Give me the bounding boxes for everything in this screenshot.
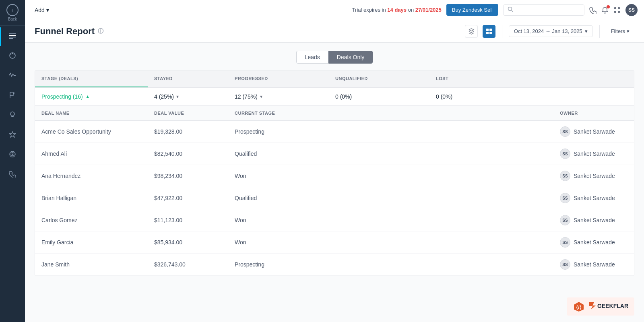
geekflare-logo: ⟨/⟩ bbox=[573, 301, 584, 312]
content-area: Leads Deals Only STAGE (DEALS) STAYED PR… bbox=[25, 43, 644, 322]
deal-owner-cell: SS Sanket Sarwade bbox=[553, 121, 634, 142]
stage-stayed-cell: 4 (25%) ▾ bbox=[148, 88, 228, 105]
geekflare-brand: GEEKFLARE bbox=[588, 301, 628, 312]
sidebar-item-activity[interactable] bbox=[0, 67, 25, 86]
deals-col-name: DEAL NAME bbox=[35, 106, 148, 120]
search-input[interactable] bbox=[516, 7, 580, 13]
deal-value-cell: $85,934.00 bbox=[148, 231, 228, 253]
filters-button[interactable]: Filters ▾ bbox=[606, 26, 634, 37]
deal-stage: Qualified bbox=[235, 195, 257, 201]
deal-name[interactable]: Jane Smith bbox=[41, 261, 70, 268]
deal-name[interactable]: Acme Co Sales Opportunity bbox=[41, 128, 111, 135]
call-icon[interactable] bbox=[589, 6, 597, 14]
tab-deals-only[interactable]: Deals Only bbox=[328, 51, 373, 64]
owner-info: SS Sanket Sarwade bbox=[560, 126, 615, 137]
activity-icon bbox=[9, 72, 16, 81]
trial-prefix: Trial expires in bbox=[352, 7, 386, 13]
sidebar-item-flag[interactable] bbox=[0, 87, 25, 105]
owner-avatar: SS bbox=[560, 259, 570, 270]
add-button[interactable]: Add ▾ bbox=[31, 5, 52, 15]
info-icon[interactable]: ⓘ bbox=[98, 28, 103, 35]
owner-name: Sanket Sarwade bbox=[574, 173, 615, 179]
deals-header: DEAL NAME DEAL VALUE CURRENT STAGE OWNER bbox=[35, 106, 634, 121]
deal-name[interactable]: Ahmed Ali bbox=[41, 151, 67, 157]
deal-row: Jane Smith $326,743.00 Prospecting SS Sa… bbox=[35, 254, 634, 276]
notifications-icon[interactable] bbox=[601, 6, 609, 14]
svg-rect-0 bbox=[9, 33, 16, 34]
stage-collapse-icon[interactable]: ▲ bbox=[85, 94, 90, 99]
svg-point-6 bbox=[14, 54, 14, 55]
back-icon: ‹ bbox=[6, 4, 19, 16]
progressed-value: 12 (75%) bbox=[235, 93, 258, 100]
stayed-chevron-icon[interactable]: ▾ bbox=[176, 94, 179, 99]
owner-avatar: SS bbox=[560, 193, 570, 203]
stage-unqualified-cell: 0 (0%) bbox=[329, 88, 429, 105]
deal-name[interactable]: Ana Hernandez bbox=[41, 173, 80, 179]
svg-point-7 bbox=[10, 54, 11, 55]
stage-name-cell: Prospecting (16) ▲ bbox=[35, 88, 148, 105]
owner-avatar: SS bbox=[560, 215, 570, 225]
deal-row: Carlos Gomez $11,123.00 Won SS Sanket Sa… bbox=[35, 209, 634, 231]
deal-value: $11,123.00 bbox=[154, 217, 182, 223]
geekflare-text-logo: GEEKFLARE bbox=[588, 301, 628, 310]
sidebar-item-target[interactable] bbox=[0, 146, 25, 165]
trial-on: on bbox=[408, 7, 414, 13]
deal-owner-cell: SS Sanket Sarwade bbox=[553, 231, 634, 253]
deals-col-value: DEAL VALUE bbox=[148, 106, 228, 120]
col-stage: STAGE (DEALS) bbox=[35, 70, 148, 87]
sidebar-item-lightbulb[interactable] bbox=[0, 106, 25, 125]
sidebar-item-reports[interactable] bbox=[0, 27, 25, 46]
deal-stage: Won bbox=[235, 217, 246, 223]
trial-days: 14 days bbox=[387, 7, 407, 13]
notification-dot bbox=[607, 5, 610, 8]
deal-owner-cell: SS Sanket Sarwade bbox=[553, 209, 634, 231]
deal-name-cell: Emily Garcia bbox=[35, 231, 148, 253]
deal-value-cell: $47,922.00 bbox=[148, 187, 228, 209]
star-icon bbox=[9, 131, 16, 140]
owner-info: SS Sanket Sarwade bbox=[560, 149, 615, 159]
back-button[interactable]: ‹ Back bbox=[0, 0, 25, 26]
svg-rect-3 bbox=[9, 38, 13, 39]
svg-rect-18 bbox=[618, 11, 620, 13]
add-label: Add bbox=[35, 7, 45, 13]
funnel-table: STAGE (DEALS) STAYED PROGRESSED UNQUALIF… bbox=[35, 70, 634, 276]
deal-value-cell: $82,540.00 bbox=[148, 143, 228, 165]
sidebar-nav bbox=[0, 26, 25, 322]
svg-rect-15 bbox=[614, 7, 616, 9]
sidebar-item-phone[interactable] bbox=[0, 165, 25, 184]
owner-name: Sanket Sarwade bbox=[574, 128, 615, 135]
phone-icon bbox=[9, 170, 16, 180]
stage-name[interactable]: Prospecting (16) bbox=[41, 93, 83, 100]
deal-stage-cell: Prospecting bbox=[228, 254, 553, 275]
apps-icon[interactable] bbox=[613, 6, 621, 14]
svg-line-14 bbox=[512, 10, 513, 12]
stage-progressed-cell: 12 (75%) ▾ bbox=[228, 88, 329, 105]
sidebar-item-palette[interactable] bbox=[0, 47, 25, 66]
col-stayed: STAYED bbox=[148, 70, 228, 87]
deal-row: Acme Co Sales Opportunity $19,328.00 Pro… bbox=[35, 121, 634, 143]
tab-leads[interactable]: Leads bbox=[296, 51, 328, 64]
lightbulb-icon bbox=[9, 111, 16, 120]
owner-info: SS Sanket Sarwade bbox=[560, 237, 615, 248]
deal-stage-cell: Won bbox=[228, 165, 553, 187]
buy-button[interactable]: Buy Zendesk Sell bbox=[446, 4, 498, 16]
col-progressed: PROGRESSED bbox=[228, 70, 329, 87]
deal-name[interactable]: Brian Halligan bbox=[41, 195, 76, 201]
progressed-chevron-icon[interactable]: ▾ bbox=[260, 94, 262, 99]
deals-col-stage: CURRENT STAGE bbox=[228, 106, 553, 120]
svg-point-5 bbox=[12, 53, 13, 54]
deal-owner-cell: SS Sanket Sarwade bbox=[553, 187, 634, 209]
date-range-button[interactable]: Oct 13, 2024 → Jan 13, 2025 ▾ bbox=[509, 25, 593, 37]
deal-value: $326,743.00 bbox=[154, 261, 186, 268]
user-avatar[interactable]: SS bbox=[625, 4, 638, 16]
sidebar-item-star[interactable] bbox=[0, 126, 25, 145]
deal-row: Ana Hernandez $98,234.00 Won SS Sanket S… bbox=[35, 165, 634, 187]
list-view-button[interactable] bbox=[465, 25, 478, 38]
svg-rect-21 bbox=[486, 32, 489, 34]
deal-name[interactable]: Emily Garcia bbox=[41, 239, 73, 246]
deal-value: $19,328.00 bbox=[154, 128, 182, 135]
svg-rect-20 bbox=[489, 29, 492, 31]
deal-stage-cell: Won bbox=[228, 209, 553, 231]
deal-name[interactable]: Carlos Gomez bbox=[41, 217, 77, 223]
grid-view-button[interactable] bbox=[483, 25, 495, 38]
